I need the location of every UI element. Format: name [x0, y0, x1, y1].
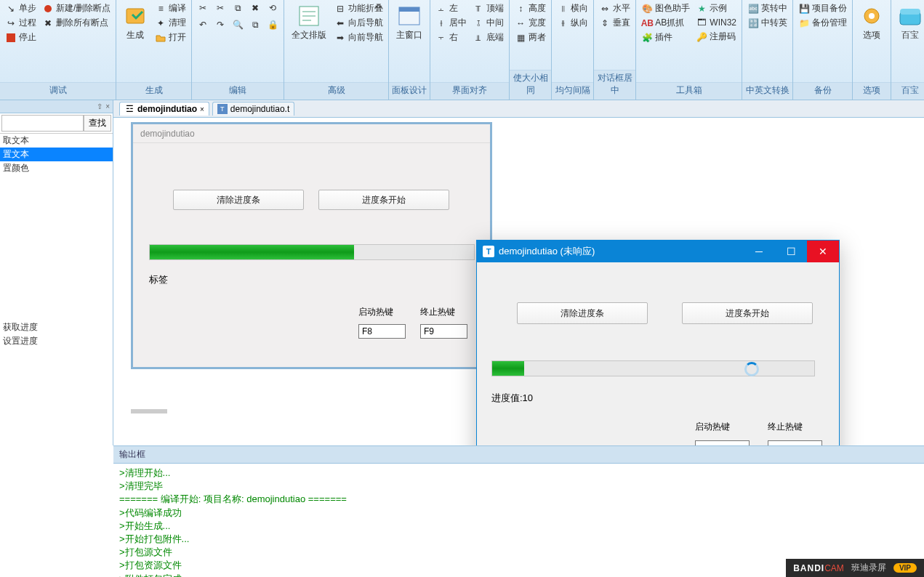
breakpoint-icon [42, 3, 54, 15]
tab-label: demojindutiao [137, 104, 197, 114]
file-icon: T [217, 104, 228, 114]
align-right[interactable]: ⫟右 [433, 31, 469, 44]
dup[interactable]: ⧉ [247, 18, 263, 31]
breakpoint-toggle[interactable]: 新建/删除断点 [40, 1, 113, 15]
debug-step[interactable]: ↘单步 [3, 1, 39, 15]
svg-rect-0 [7, 33, 15, 42]
same-height[interactable]: ↕高度 [513, 1, 548, 15]
debug-proc[interactable]: ↪过程 [3, 16, 39, 30]
close-icon[interactable]: × [105, 102, 110, 110]
clean[interactable]: ✦清理 [153, 16, 188, 30]
align-hcenter[interactable]: ⫲居中 [433, 16, 469, 30]
backup-manage[interactable]: 📁备份管理 [796, 16, 849, 30]
color-helper[interactable]: 🎨图色助手 [639, 1, 692, 15]
same-both[interactable]: ▦两者 [513, 31, 548, 44]
start-progress-button[interactable]: 进度条开始 [318, 190, 449, 210]
tree-item[interactable]: 获取进度 [0, 320, 113, 334]
start-progress-button[interactable]: 进度条开始 [682, 302, 813, 324]
compile-icon: ≡ [155, 3, 166, 15]
nav-fwd[interactable]: ➡向前导航 [332, 31, 385, 44]
fold-icon: ⊟ [334, 3, 346, 15]
cn-to-en[interactable]: 🔡中转英 [745, 16, 790, 30]
start-hotkey-input[interactable] [358, 324, 406, 339]
align-left[interactable]: ⫠左 [433, 1, 469, 15]
win32[interactable]: 🗔WIN32 [694, 16, 739, 29]
close-icon[interactable]: × [200, 105, 204, 113]
vip-badge: VIP [893, 563, 917, 573]
clear-progress-button[interactable]: 清除进度条 [517, 302, 648, 324]
options[interactable]: 选项 [856, 1, 888, 81]
breakpoint-clear[interactable]: ✖删除所有断点 [40, 16, 113, 30]
examples[interactable]: ★示例 [694, 1, 739, 15]
project-backup[interactable]: 💾项目备份 [796, 1, 849, 15]
treasure-icon [899, 4, 922, 28]
output-line: ======= 编译开始: 项目名称: demojindutiao ======… [119, 493, 918, 506]
maximize-button[interactable]: ☐ [775, 241, 807, 262]
designer-form: demojindutiao 清除进度条 进度条开始 标签 启动热键 终止热键 [131, 122, 492, 369]
tree-item[interactable]: 置颜色 [0, 161, 113, 175]
compile[interactable]: ≡编译 [153, 1, 188, 15]
plugins[interactable]: 🧩插件 [639, 31, 692, 44]
ribbon-group-align: ⫠左 ⫲居中 ⫟右 ⫪顶端 ⫱中间 ⫫底端 界面对齐 [430, 0, 510, 100]
pin-icon[interactable]: ⇧ [97, 102, 103, 110]
en-to-cn[interactable]: 🔤英转中 [745, 1, 790, 15]
main-window[interactable]: 主窗口 [392, 1, 427, 81]
format-all[interactable]: 全文排版 [287, 1, 331, 81]
build-button[interactable]: 生成 [119, 1, 151, 81]
space-h[interactable]: ⫴横向 [555, 1, 590, 15]
form-icon: ☲ [124, 104, 134, 114]
open[interactable]: 打开 [153, 31, 188, 44]
lock[interactable]: 🔒 [265, 18, 281, 31]
replace[interactable]: ⟲ [265, 1, 281, 15]
tree-item[interactable]: 设置进度 [0, 334, 113, 348]
delete[interactable]: ✖ [247, 1, 263, 15]
find[interactable]: 🔍 [230, 18, 246, 31]
window-title: demojindutiao (未响应) [499, 245, 595, 258]
copy[interactable]: ⧉ [230, 1, 246, 15]
stop-icon [5, 32, 17, 44]
key-icon: 🔑 [696, 31, 707, 43]
undo[interactable]: ↶ [195, 18, 211, 31]
breakpoint-x-icon: ✖ [42, 17, 54, 29]
regcode[interactable]: 🔑注册码 [694, 30, 739, 44]
tab-active[interactable]: ☲ demojindutiao × [119, 102, 209, 116]
titlebar[interactable]: T demojindutiao (未响应) ─ ☐ ✕ [477, 241, 839, 262]
tab-bar: ☲ demojindutiao × T demojindutiao.t [113, 100, 924, 118]
cut-b[interactable]: ✂ [212, 1, 228, 15]
align-bottom[interactable]: ⫫底端 [470, 31, 506, 44]
stop-hotkey-input[interactable] [420, 324, 467, 339]
close-button[interactable]: ✕ [807, 241, 839, 262]
stop-hotkey-label: 终止热键 [768, 421, 803, 433]
nav-back[interactable]: ⬅向后导航 [332, 16, 385, 30]
dup-icon: ⧉ [249, 19, 261, 31]
resize-handle[interactable] [131, 409, 167, 413]
tree-item[interactable]: 置文本 [0, 148, 113, 161]
height-icon: ↕ [515, 3, 526, 15]
fold[interactable]: ⊟功能折叠 [332, 1, 385, 15]
debug-stop[interactable]: 停止 [3, 31, 39, 44]
search-button[interactable]: 查找 [84, 115, 111, 132]
align-top[interactable]: ⫪顶端 [470, 1, 506, 15]
redo[interactable]: ↷ [212, 18, 228, 31]
ab-grab[interactable]: ABAB抓抓 [639, 16, 692, 30]
clear-progress-button[interactable]: 清除进度条 [173, 190, 304, 210]
tree-item[interactable]: 取文本 [0, 134, 113, 148]
space-v[interactable]: ⫵纵向 [555, 16, 590, 30]
ribbon-group-size: ↕高度 ↔宽度 ▦两者 使大小相同 [510, 0, 552, 100]
tab-label: demojindutiao.t [230, 104, 289, 114]
align-top-icon: ⫪ [473, 3, 484, 15]
minimize-button[interactable]: ─ [743, 241, 775, 262]
center-v[interactable]: ⇕垂直 [597, 16, 632, 30]
svg-point-1 [44, 5, 52, 12]
gear-icon [860, 4, 883, 28]
tree-view: 取文本置文本置颜色获取进度设置进度 [0, 134, 113, 348]
tab-inactive[interactable]: T demojindutiao.t [212, 102, 294, 116]
center-h[interactable]: ⇔水平 [597, 1, 632, 15]
treasure[interactable]: 百宝 [894, 1, 924, 81]
align-vcenter[interactable]: ⫱中间 [470, 16, 506, 30]
redo-icon: ↷ [214, 19, 226, 31]
search-input[interactable] [1, 115, 84, 132]
cut-a[interactable]: ✂ [195, 1, 211, 15]
brand-logo: BANDICAM [793, 563, 844, 573]
same-width[interactable]: ↔宽度 [513, 16, 548, 30]
